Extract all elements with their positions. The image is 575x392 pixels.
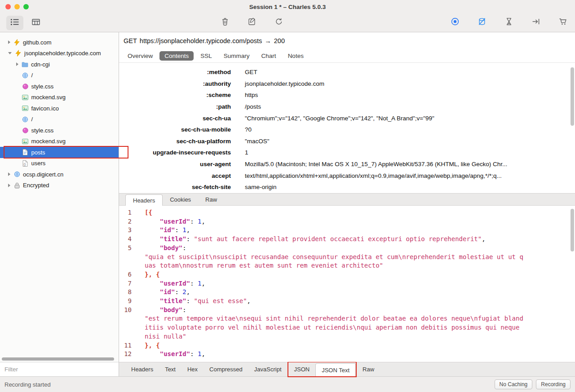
no-caching-button[interactable]: No Caching: [495, 379, 533, 389]
sidebar-item-github-com[interactable]: github.com: [0, 37, 119, 48]
sidebar-item-root[interactable]: /: [0, 114, 119, 125]
header-row[interactable]: upgrade-insecure-requests1: [119, 147, 575, 159]
code-line: "quia et suscipit\nsuscipit recusandae c…: [119, 253, 575, 262]
disclosure-triangle[interactable]: [8, 52, 12, 54]
throttle-icon: [505, 17, 513, 28]
record-button[interactable]: [449, 16, 461, 29]
recording-button[interactable]: Recording: [536, 379, 571, 389]
breakpoints-button[interactable]: [530, 16, 542, 29]
main-tabbar: OverviewContentsSSLSummaryChartNotes: [119, 49, 575, 63]
response-tab-raw[interactable]: Raw: [357, 362, 380, 376]
sidebar-item-label: Encrypted: [23, 182, 49, 189]
sidebar-item-favicon-ico[interactable]: favicon.ico: [0, 103, 119, 114]
tab-contents[interactable]: Contents: [159, 51, 194, 61]
image-icon: [22, 95, 29, 100]
header-row[interactable]: sec-ch-ua"Chromium";v="142", "Google Chr…: [119, 112, 575, 124]
body-scrollbar[interactable]: [571, 209, 574, 251]
header-row[interactable]: sec-fetch-sitesame-origin: [119, 181, 575, 193]
header-row[interactable]: accepttext/html,application/xhtml+xml,ap…: [119, 170, 575, 181]
sequence-view-button[interactable]: [28, 16, 44, 30]
tab-ssl[interactable]: SSL: [195, 51, 217, 61]
header-value: Mozilla/5.0 (Macintosh; Intel Mac OS X 1…: [238, 161, 575, 167]
line-number: 1: [119, 208, 132, 217]
request-tab-raw[interactable]: Raw: [198, 194, 224, 205]
line-number: [119, 314, 132, 323]
tab-chart[interactable]: Chart: [257, 51, 281, 61]
tab-overview[interactable]: Overview: [123, 51, 158, 61]
response-tab-json[interactable]: JSON: [288, 362, 316, 376]
lock-icon: [13, 182, 21, 189]
tab-notes[interactable]: Notes: [283, 51, 309, 61]
throttle-button[interactable]: [503, 16, 515, 29]
response-tab-hex[interactable]: Hex: [181, 362, 203, 376]
sidebar-item-cdn-cgi[interactable]: cdn-cgi: [0, 59, 119, 70]
code-line: 9 "title": "qui est esse",: [119, 297, 575, 306]
line-number: 3: [119, 226, 132, 235]
sidebar-item-users[interactable]: {}users: [0, 158, 119, 169]
disclosure-triangle[interactable]: [16, 62, 18, 66]
sidebar-item-posts[interactable]: posts: [0, 147, 119, 158]
header-row[interactable]: :methodGET: [119, 66, 575, 78]
request-tab-headers[interactable]: Headers: [125, 194, 163, 206]
request-method: GET: [124, 37, 137, 44]
no-caching-button[interactable]: [476, 16, 488, 29]
line-number: 2: [119, 217, 132, 226]
code-line: 1[{: [119, 208, 575, 217]
image-icon: [22, 106, 29, 111]
sidebar-item-mockend-svg[interactable]: mockend.svg: [0, 136, 119, 147]
scrollbar-thumb[interactable]: [2, 357, 114, 361]
header-row[interactable]: sec-ch-ua-mobile?0: [119, 124, 575, 136]
titlebar: Session 1 * – Charles 5.0.3: [0, 0, 575, 13]
code-line: 7 "userId": 1,: [119, 279, 575, 288]
code-text: "id": 2,: [132, 288, 190, 297]
compose-button[interactable]: [246, 16, 258, 29]
statusbar: Recording started No CachingRecording: [0, 376, 575, 392]
sidebar-item-style-css[interactable]: style.css: [0, 81, 119, 92]
sidebar-item-ocsp-digicert-cn[interactable]: ocsp.digicert.cn: [0, 169, 119, 180]
token: [145, 226, 160, 233]
sidebar-item-style-css[interactable]: style.css: [0, 125, 119, 136]
filter-bar: [0, 362, 119, 376]
header-row[interactable]: :schemehttps: [119, 89, 575, 101]
structure-view-button[interactable]: [6, 16, 23, 30]
disclosure-triangle[interactable]: [8, 40, 10, 44]
response-tab-json-text[interactable]: JSON Text: [315, 363, 356, 376]
token: }, {: [145, 271, 160, 278]
sidebar-item-mockend-svg[interactable]: mockend.svg: [0, 92, 119, 103]
disclosure-triangle[interactable]: [8, 184, 10, 187]
request-tab-cookies[interactable]: Cookies: [163, 194, 198, 205]
sidebar-item-jsonplaceholder-typicode-com[interactable]: jsonplaceholder.typicode.com: [0, 48, 119, 59]
response-tab-text[interactable]: Text: [159, 362, 181, 376]
response-tab-compressed[interactable]: Compressed: [203, 362, 248, 376]
disclosure-triangle[interactable]: [8, 172, 10, 176]
token: "userId": [160, 218, 190, 225]
header-value: 1: [238, 149, 575, 156]
header-row[interactable]: sec-ch-ua-platform"macOS": [119, 136, 575, 147]
sidebar-item-label: /: [31, 72, 33, 79]
tab-summary[interactable]: Summary: [219, 51, 255, 61]
tools-button[interactable]: [557, 16, 569, 29]
css-icon: [22, 128, 29, 133]
header-name: :method: [119, 69, 238, 75]
code-text: nisi nulla": [132, 332, 186, 341]
refresh-button[interactable]: [273, 16, 285, 29]
token: ,: [482, 235, 485, 242]
token: :: [175, 288, 182, 295]
sidebar-item-encrypted[interactable]: Encrypted: [0, 180, 119, 191]
code-text: "quia et suscipit\nsuscipit recusandae c…: [132, 253, 523, 262]
sidebar-item-root[interactable]: /: [0, 70, 119, 81]
view-toggles: [6, 16, 44, 30]
code-text: "body":: [132, 306, 186, 315]
sidebar-horizontal-scrollbar[interactable]: [0, 356, 119, 362]
token: "title": [160, 297, 186, 304]
header-row[interactable]: :path/posts: [119, 101, 575, 113]
headers-scrollbar[interactable]: [571, 67, 574, 126]
filter-input[interactable]: [4, 366, 114, 373]
header-row[interactable]: user-agentMozilla/5.0 (Macintosh; Intel …: [119, 159, 575, 170]
response-tab-headers[interactable]: Headers: [125, 362, 159, 376]
header-row[interactable]: :authorityjsonplaceholder.typicode.com: [119, 78, 575, 90]
tools-icon: [558, 17, 567, 28]
response-tab-javascript[interactable]: JavaScript: [248, 362, 288, 376]
clear-button[interactable]: [219, 16, 231, 29]
line-number: [119, 261, 132, 270]
